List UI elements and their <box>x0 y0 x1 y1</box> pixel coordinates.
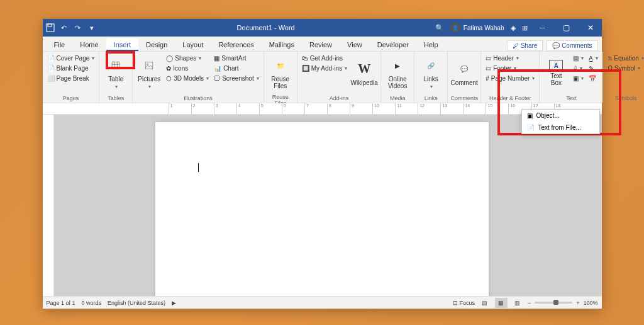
smartart-button[interactable]: ▦SmartArt <box>212 54 261 63</box>
footer-icon: ▭ <box>486 65 491 72</box>
cover-page-button[interactable]: 📄Cover Page▾ <box>45 54 97 63</box>
language-indicator[interactable]: English (United States) <box>108 300 165 306</box>
object-button[interactable]: ▣▾ <box>571 74 586 83</box>
horizontal-ruler[interactable]: 123456789101112131415161718 <box>43 103 602 115</box>
equation-button[interactable]: πEquation▾ <box>606 54 644 63</box>
tab-review[interactable]: Review <box>302 38 340 51</box>
group-symbols: πEquation▾ ΩSymbol▾ Symbols <box>603 52 644 103</box>
redo-icon[interactable]: ↷ <box>73 23 83 33</box>
reuse-files-button[interactable]: 📁Reuse Files <box>267 54 294 93</box>
table-button[interactable]: Table▾ <box>102 54 130 93</box>
qat-dropdown-icon[interactable]: ▾ <box>87 23 97 33</box>
date-time-button[interactable]: 📅 <box>587 74 600 83</box>
icons-button[interactable]: ✿Icons <box>164 64 211 73</box>
footer-button[interactable]: ▭Footer▾ <box>484 64 536 73</box>
vertical-ruler[interactable] <box>43 115 54 296</box>
zoom-slider[interactable] <box>535 302 572 304</box>
wikipedia-icon: W <box>355 60 373 78</box>
text-from-file-menu-item[interactable]: 📄Text from File... <box>522 122 599 134</box>
tab-layout[interactable]: Layout <box>175 38 211 51</box>
picture-icon <box>140 57 158 74</box>
group-addins: 🛍Get Add-ins 🔲My Add-ins▾ WWikipedia Add… <box>297 52 381 103</box>
zoom-out[interactable]: − <box>528 300 531 306</box>
undo-icon[interactable]: ↶ <box>59 23 69 33</box>
reuse-icon: 📁 <box>272 57 289 74</box>
save-icon[interactable] <box>45 23 55 33</box>
video-icon: ▶ <box>389 57 406 74</box>
word-count[interactable]: 0 words <box>82 300 102 306</box>
equation-icon: π <box>608 55 612 62</box>
drop-cap-button[interactable]: A̲▾ <box>587 54 600 63</box>
symbol-button[interactable]: ΩSymbol▾ <box>606 64 644 73</box>
header-button[interactable]: ▭Header▾ <box>484 54 536 63</box>
group-illustrations: Pictures▾ ◯Shapes▾ ✿Icons ⬡3D Models▾ ▦S… <box>133 52 264 103</box>
tab-view[interactable]: View <box>340 38 370 51</box>
chart-button[interactable]: 📊Chart <box>212 64 261 73</box>
object-dropdown: ▣Object... 📄Text from File... <box>521 109 600 134</box>
macro-icon[interactable]: ▶ <box>172 300 176 306</box>
page-icon: 📄 <box>47 65 55 72</box>
page-number-button[interactable]: #Page Number▾ <box>484 74 536 83</box>
zoom-in[interactable]: + <box>576 300 579 306</box>
blank-page-button[interactable]: 📄Blank Page <box>45 64 97 73</box>
tab-home[interactable]: Home <box>72 38 106 51</box>
smartart-icon: ▦ <box>214 55 219 62</box>
minimize-button[interactable]: ─ <box>534 21 552 34</box>
print-layout-icon[interactable]: ▦ <box>495 298 508 308</box>
text-cursor <box>198 163 199 172</box>
focus-mode[interactable]: ⊡ Focus <box>453 300 475 306</box>
comments-button[interactable]: 💬 Comments <box>547 40 597 51</box>
object-menu-item[interactable]: ▣Object... <box>522 110 599 122</box>
group-comments: 💬Comment Comments <box>448 52 481 103</box>
addin-icon: 🔲 <box>302 65 309 72</box>
ribbon: 📄Cover Page▾ 📄Blank Page ⬜Page Break Pag… <box>43 52 602 103</box>
signature-button[interactable]: ✎ <box>587 64 600 73</box>
maximize-button[interactable]: ▢ <box>558 21 575 34</box>
comment-icon: 💬 <box>455 60 473 78</box>
get-addins-button[interactable]: 🛍Get Add-ins <box>300 54 349 63</box>
my-addins-button[interactable]: 🔲My Add-ins▾ <box>300 64 349 73</box>
tab-insert[interactable]: Insert <box>106 38 139 51</box>
display-icon[interactable]: ⊞ <box>522 24 528 32</box>
wikipedia-button[interactable]: WWikipedia <box>350 54 378 93</box>
chart-icon: 📊 <box>214 65 221 72</box>
icons-icon: ✿ <box>166 65 171 72</box>
close-button[interactable]: ✕ <box>582 21 599 34</box>
share-button[interactable]: 🖊 Share <box>507 40 543 51</box>
links-button[interactable]: 🔗Links▾ <box>417 54 445 93</box>
break-icon: ⬜ <box>47 75 55 82</box>
page-indicator[interactable]: Page 1 of 1 <box>47 300 75 306</box>
page-break-button[interactable]: ⬜Page Break <box>45 74 97 83</box>
ribbon-tabs: File Home Insert Design Layout Reference… <box>43 37 602 52</box>
tab-file[interactable]: File <box>47 38 73 51</box>
comment-button[interactable]: 💬Comment <box>450 54 478 93</box>
wordart-button[interactable]: A▾ <box>571 64 586 73</box>
3d-models-button[interactable]: ⬡3D Models▾ <box>164 74 211 83</box>
symbol-icon: Ω <box>608 65 612 72</box>
tab-help[interactable]: Help <box>416 38 446 51</box>
web-layout-icon[interactable]: ▥ <box>511 298 524 308</box>
screenshot-icon: 🖵 <box>214 75 220 82</box>
tab-mailings[interactable]: Mailings <box>262 38 302 51</box>
online-videos-button[interactable]: ▶Online Videos <box>384 54 411 93</box>
page[interactable] <box>155 122 489 296</box>
read-mode-icon[interactable]: ▤ <box>479 298 491 308</box>
tab-developer[interactable]: Developer <box>370 38 416 51</box>
screenshot-button[interactable]: 🖵Screenshot▾ <box>212 74 261 83</box>
group-reuse: 📁Reuse Files Reuse Files <box>264 52 297 103</box>
user-account[interactable]: 👤 Fatima Wahab <box>450 23 504 33</box>
shapes-button[interactable]: ◯Shapes▾ <box>164 54 211 63</box>
gem-icon[interactable]: ◈ <box>511 24 516 32</box>
svg-rect-1 <box>48 24 52 26</box>
pictures-button[interactable]: Pictures▾ <box>135 54 163 93</box>
document-title: Document1 - Word <box>97 24 435 31</box>
quick-parts-button[interactable]: ▤▾ <box>571 54 586 63</box>
pagenum-icon: # <box>486 75 489 82</box>
tab-design[interactable]: Design <box>138 38 175 51</box>
search-icon[interactable]: 🔍 <box>435 24 444 32</box>
tab-references[interactable]: References <box>211 38 261 51</box>
text-box-button[interactable]: AText Box <box>542 54 570 93</box>
zoom-level[interactable]: 100% <box>583 300 597 306</box>
avatar-icon: 👤 <box>450 23 460 33</box>
group-header-footer: ▭Header▾ ▭Footer▾ #Page Number▾ Header &… <box>481 52 540 103</box>
